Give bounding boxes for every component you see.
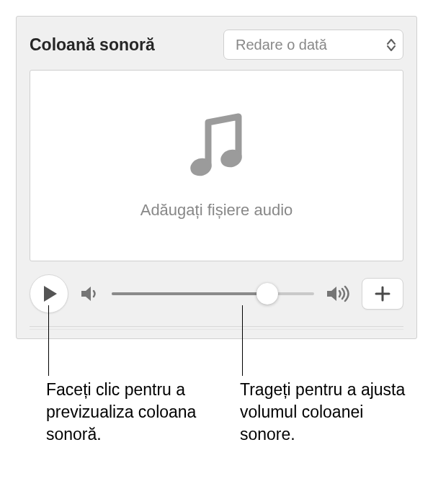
volume-high-icon <box>326 284 350 303</box>
callout-line-play <box>48 305 49 376</box>
callout-play-text: Faceți clic pentru a previzualiza coloan… <box>46 379 205 446</box>
dropdown-label: Redare o dată <box>236 37 327 53</box>
audio-dropzone[interactable]: Adăugați fișiere audio <box>30 70 403 261</box>
header-row: Coloană sonoră Redare o dată <box>30 30 403 60</box>
callout-line-volume <box>242 305 243 376</box>
controls-row <box>30 274 403 313</box>
slider-thumb[interactable] <box>256 283 278 305</box>
add-button[interactable] <box>362 278 403 310</box>
volume-low-icon <box>80 284 100 303</box>
panel-title: Coloană sonoră <box>30 35 155 55</box>
updown-arrows-icon <box>387 39 396 51</box>
soundtrack-panel: Coloană sonoră Redare o dată Adăugați fi… <box>16 16 417 339</box>
playback-mode-dropdown[interactable]: Redare o dată <box>223 30 403 60</box>
music-note-icon <box>188 112 246 184</box>
slider-fill <box>112 292 267 295</box>
plus-icon <box>374 285 391 302</box>
callout-volume-text: Trageți pentru a ajusta volumul coloanei… <box>240 379 413 446</box>
divider <box>30 326 403 327</box>
play-button[interactable] <box>30 274 68 313</box>
volume-slider[interactable] <box>112 292 314 295</box>
play-icon <box>43 285 58 302</box>
dropzone-text: Adăugați fișiere audio <box>140 201 293 220</box>
